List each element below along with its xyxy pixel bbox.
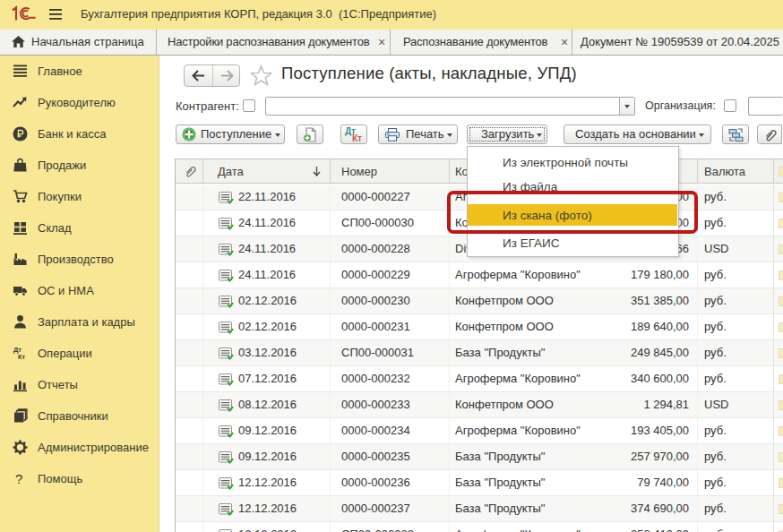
svg-text:Кт: Кт xyxy=(18,353,26,361)
svg-text:?: ? xyxy=(15,471,22,486)
